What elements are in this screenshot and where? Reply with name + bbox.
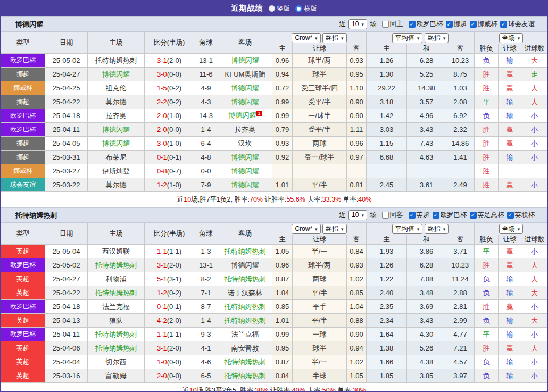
checkbox-checked-icon[interactable]: ✓	[409, 212, 416, 219]
checkbox-unchecked-icon[interactable]	[382, 212, 389, 219]
result-winloss: 负	[475, 286, 499, 300]
section-header: 托特纳姆热刺 近 10 ▾ 场 同客 ✓英超✓欧罗巴杯✓英足总杯✓英联杯	[1, 207, 547, 223]
checkbox-checked-icon[interactable]: ✓	[409, 21, 416, 28]
home-team: 西汉姆联	[88, 245, 145, 258]
crow-company-select[interactable]: Crow*▾	[292, 33, 320, 43]
league-filter[interactable]: ✓挪威杯	[470, 20, 498, 29]
league-badge: 英超	[1, 286, 45, 300]
home-team: 富勒姆	[88, 369, 145, 383]
score-cell: 3-1(2-0)	[145, 341, 194, 355]
league-checkbox-label: 挪超	[454, 20, 467, 29]
league-filter[interactable]: ✓欧罗巴杯	[433, 211, 467, 220]
result-goals: 大	[521, 258, 548, 272]
match-count-select[interactable]: 10 ▾	[348, 19, 367, 29]
match-date: 25-04-11	[45, 328, 88, 341]
summary-row: 近10场,胜7平1负2, 胜率:70% 让胜率:55.6% 大率:33.3% 单…	[1, 192, 548, 207]
match-date: 25-03-22	[45, 178, 88, 192]
result-goals: 小	[521, 369, 548, 383]
league-filter[interactable]: ✓英超	[409, 211, 430, 220]
avg-odds-draw: 4.30	[407, 328, 446, 341]
halftime-score: (1-0)	[167, 181, 181, 189]
subheader-winloss: 胜负	[475, 235, 499, 245]
average-select[interactable]: 平均值▾	[392, 224, 423, 234]
corner-score: 13-1	[194, 258, 218, 272]
same-home-filter[interactable]: 同主	[382, 20, 403, 29]
summary-text: 55.6%	[286, 196, 305, 203]
final-odds-select[interactable]: 终指▾	[322, 224, 347, 234]
halftime-score: (0-0)	[167, 372, 181, 380]
avg-odds-home: 1.42	[367, 109, 407, 123]
fulltime-select[interactable]: 全场▾	[499, 33, 524, 43]
away-team: KFUM奥斯陆	[218, 68, 272, 81]
result-winloss: 平	[475, 245, 499, 258]
layout-radio-horizontal[interactable]: 横版	[295, 4, 317, 13]
avg-odds-draw: 3.43	[407, 314, 446, 328]
col-header-away: 客场	[218, 223, 272, 245]
league-badge: 英超	[1, 341, 45, 355]
match-row: 欧罗巴杯25-04-18法兰克福0-1(0-1)8-7托特纳姆热刺0.85平手1…	[1, 300, 548, 314]
average-select[interactable]: 平均值▾	[392, 33, 423, 43]
score-cell: 2-0(0-0)	[145, 369, 194, 383]
final-odds-select-2[interactable]: 终指▾	[425, 224, 449, 234]
away-team: 托特纳姆热刺	[218, 245, 272, 258]
final-odds-select-2[interactable]: 终指▾	[425, 33, 449, 43]
radio-selected-icon[interactable]	[295, 5, 302, 12]
avg-odds-draw: 3.69	[407, 300, 446, 314]
league-badge: 挪威杯	[1, 164, 45, 178]
avg-odds-away: 11.24	[446, 272, 475, 286]
layout-radio-vertical[interactable]: 竖版	[269, 4, 290, 13]
result-handicap: 赢	[499, 123, 521, 137]
corner-score: 4-6	[194, 355, 218, 369]
checkbox-checked-icon[interactable]: ✓	[500, 21, 507, 28]
same-away-filter[interactable]: 同客	[382, 211, 403, 220]
result-goals: 小	[521, 245, 548, 258]
fulltime-select[interactable]: 全场▾	[499, 224, 524, 234]
result-handicap: 赢	[499, 68, 521, 81]
avg-odds-home: 1.66	[367, 355, 407, 369]
league-badge: 英超	[1, 245, 45, 258]
checkbox-checked-icon[interactable]: ✓	[470, 21, 477, 28]
away-team: 博德闪耀	[218, 54, 272, 68]
summary-text: 33.3%	[322, 196, 341, 203]
halftime-score: (2-0)	[167, 344, 181, 352]
halftime-score: (2-0)	[167, 316, 181, 324]
avg-odds-home: 2.45	[367, 178, 407, 192]
result-handicap: 输	[499, 151, 521, 164]
home-team: 法兰克福	[88, 300, 145, 314]
final-odds-select[interactable]: 终指▾	[322, 33, 347, 43]
checkbox-checked-icon[interactable]: ✓	[507, 212, 514, 219]
league-filter[interactable]: ✓英足总杯	[470, 211, 504, 220]
league-filter[interactable]: ✓球会友谊	[500, 20, 535, 29]
radio-unselected-icon[interactable]	[269, 5, 275, 12]
league-filter[interactable]: ✓挪超	[446, 20, 467, 29]
corner-score: 13-1	[194, 54, 218, 68]
checkbox-unchecked-icon[interactable]	[382, 21, 389, 28]
checkbox-checked-icon[interactable]: ✓	[433, 212, 439, 219]
checkbox-checked-icon[interactable]: ✓	[470, 212, 477, 219]
crow-handicap: 平手	[293, 300, 347, 314]
league-filter[interactable]: ✓英联杯	[507, 211, 535, 220]
away-team: 托特纳姆热刺	[218, 314, 272, 328]
checkbox-checked-icon[interactable]: ✓	[446, 21, 453, 28]
crow-handicap: 半/一	[293, 355, 347, 369]
crow-handicap: 平/半	[293, 178, 347, 192]
avg-odds-draw: 7.43	[407, 137, 446, 151]
away-team: 博德闪耀	[218, 95, 272, 109]
halftime-score: (1-0)	[167, 139, 181, 147]
fulltime-score: 3-0	[157, 139, 167, 147]
filter-bar: 近 10 ▾ 场 同客 ✓英超✓欧罗巴杯✓英足总杯✓英联杯	[339, 210, 535, 220]
league-filter[interactable]: ✓欧罗巴杯	[409, 20, 443, 29]
score-cell: 1-5(0-2)	[145, 81, 194, 95]
halftime-score: (0-0)	[167, 126, 181, 134]
avg-odds-draw: 4.63	[407, 151, 446, 164]
league-badge: 英超	[1, 355, 45, 369]
crow-odds-home: 0.95	[272, 341, 293, 355]
crow-odds-home: 1.01	[272, 178, 293, 192]
crow-company-select[interactable]: Crow*▾	[292, 224, 320, 234]
match-row: 挪超25-04-27博德闪耀3-0(0-0)11-6KFUM奥斯陆0.94球半0…	[1, 68, 548, 81]
result-winloss: 胜	[475, 341, 499, 355]
match-row: 挪威杯25-04-25祖克伦1-5(0-2)4-9博德闪耀0.72受三球半/四1…	[1, 81, 548, 95]
match-count-select[interactable]: 10 ▾	[348, 210, 367, 220]
avg-odds-draw: 5.26	[407, 341, 446, 355]
corner-score: 14-3	[194, 109, 218, 123]
